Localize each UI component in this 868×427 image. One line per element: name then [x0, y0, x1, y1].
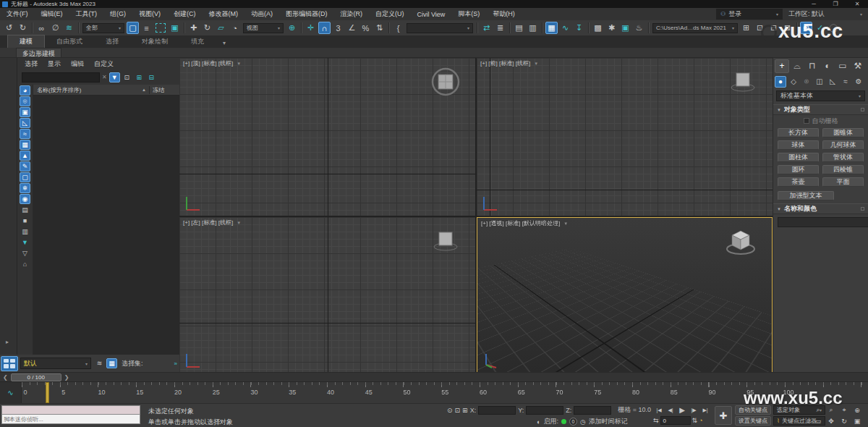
menu-edit[interactable]: 编辑(E)	[35, 9, 69, 19]
spacewarps-category-icon[interactable]: ≈	[840, 76, 851, 88]
material-view-icon[interactable]: ■	[20, 216, 30, 226]
explorer-object-list[interactable]	[33, 96, 179, 355]
menu-modifiers[interactable]: 修改器(M)	[203, 9, 245, 19]
ribbon-config-icon[interactable]: ▾	[216, 38, 233, 48]
collapse-all-icon[interactable]: ⊟	[146, 72, 157, 83]
tab-populate[interactable]: 填充	[179, 35, 216, 48]
name-color-rollout-header[interactable]: ▼ 名称和颜色	[773, 203, 868, 214]
render-frame-window-icon[interactable]: ▣	[619, 22, 631, 34]
display-spacewarps-icon[interactable]: ≈	[20, 129, 30, 139]
search-input[interactable]	[22, 72, 100, 83]
go-to-start-button[interactable]: |◀	[653, 405, 665, 415]
stack-icon[interactable]: ≋	[94, 358, 105, 368]
menu-help[interactable]: 帮助(H)	[486, 9, 522, 19]
viewport-menu-icon[interactable]: ▼	[237, 221, 241, 225]
spinner-snap-icon[interactable]: ⇅	[373, 22, 386, 34]
mini-curve-editor-button[interactable]: ∿	[0, 382, 22, 403]
pick-container-icon[interactable]: ⌂	[20, 259, 30, 269]
menu-animation[interactable]: 动画(A)	[244, 9, 279, 19]
select-and-link-icon[interactable]: ∞	[35, 22, 48, 34]
explorer-link-icon[interactable]: ▦	[106, 358, 117, 368]
viewcube-left[interactable]	[429, 224, 462, 258]
shapes-category-icon[interactable]: ◇	[788, 76, 799, 88]
maximize-viewport-icon[interactable]: ▣	[851, 415, 864, 426]
material-editor-icon[interactable]: ▩	[592, 22, 604, 34]
undo-icon[interactable]: ↺	[3, 22, 15, 34]
login-button[interactable]: ⚇ 登录 ▾	[716, 9, 783, 20]
frozen-column-header[interactable]: 冻结	[149, 86, 179, 94]
project-folder-dropdown[interactable]: C:\Users\Ad…ds Max 2021 ▾	[652, 23, 738, 33]
viewport-perspective[interactable]: [+] [透视] [标准] [默认明暗处理]▼	[477, 217, 773, 373]
selection-filter-dropdown[interactable]: 全部 ▾	[82, 23, 124, 33]
teapot-button[interactable]: 茶壶	[778, 177, 819, 187]
pan-icon[interactable]: ✥	[825, 415, 838, 426]
viewcube-perspective[interactable]	[723, 225, 759, 261]
text-plus-button[interactable]: 加强型文本	[778, 191, 834, 200]
overflow-chevron-icon[interactable]: »	[174, 360, 179, 367]
display-xrefs-icon[interactable]: ▲	[20, 151, 30, 161]
viewport-layout-button[interactable]	[1, 356, 18, 371]
track-bar-thumb[interactable]	[46, 382, 49, 403]
display-frozen-icon[interactable]: ❄	[20, 183, 30, 193]
menu-group[interactable]: 组(G)	[103, 9, 132, 19]
advanced-filter-icon[interactable]: ▽	[20, 248, 30, 258]
tube-button[interactable]: 管状体	[822, 153, 864, 162]
mirror-icon[interactable]: ⇄	[480, 22, 493, 34]
snaps-toggle-icon[interactable]: ∩	[318, 22, 331, 34]
select-and-rotate-icon[interactable]: ↻	[201, 22, 213, 34]
clock-icon[interactable]: ◷	[580, 418, 586, 426]
viewcube-front[interactable]	[726, 65, 760, 98]
add-time-tag[interactable]: 添加时间标记	[589, 417, 628, 426]
tab-polygon-modeling[interactable]: 多边形建模	[16, 48, 61, 57]
list-view-icon[interactable]: ▤	[20, 205, 30, 215]
go-to-end-button[interactable]: ▶|	[699, 405, 711, 415]
percent-snap-icon[interactable]: %	[359, 22, 372, 34]
lock-icon[interactable]: ⊡	[122, 72, 132, 83]
menu-views[interactable]: 视图(V)	[132, 9, 167, 19]
snap-move-icon[interactable]: ✛	[305, 22, 317, 34]
subcategory-dropdown[interactable]: 标准基本体 ▾	[776, 90, 865, 101]
track-bar-ruler[interactable]: 0510152025303540455055606570758085909510…	[22, 382, 868, 403]
display-hidden-icon[interactable]: ◉	[20, 194, 30, 204]
geosphere-button[interactable]: 几何球体	[822, 140, 864, 150]
plane-button[interactable]: 平面	[822, 177, 864, 187]
explorer-menu-display[interactable]: 显示	[48, 59, 61, 69]
ribbon-toggle-icon[interactable]: ▦	[545, 22, 558, 34]
display-tab-icon[interactable]: ▭	[835, 59, 850, 73]
bind-to-space-warp-icon[interactable]: ≋	[63, 22, 75, 34]
edit-named-selection-sets-icon[interactable]: {	[392, 22, 404, 34]
helpers-category-icon[interactable]: ◺	[827, 76, 838, 88]
chevron-right-icon[interactable]: ▸	[6, 339, 9, 345]
key-step-icon[interactable]: ⇆	[653, 417, 659, 424]
menu-scripting[interactable]: 脚本(S)	[451, 9, 486, 19]
next-frame-icon[interactable]: ❯	[61, 374, 72, 381]
play-button[interactable]: ▶	[676, 405, 688, 415]
render-setup-icon[interactable]: ✱	[605, 22, 618, 34]
property-view-icon[interactable]: ▥	[20, 227, 30, 237]
use-center-icon[interactable]: ⊕	[286, 22, 298, 34]
display-helpers-icon[interactable]: ◺	[20, 118, 30, 128]
menu-customize[interactable]: 自定义(U)	[369, 9, 411, 19]
object-name-input[interactable]	[778, 217, 868, 227]
schematic-view-icon[interactable]: ↧	[573, 22, 585, 34]
menu-tools[interactable]: 工具(T)	[69, 9, 104, 19]
explorer-menu-customize[interactable]: 自定义	[94, 59, 114, 69]
expand-all-icon[interactable]: ⊞	[134, 72, 145, 83]
menu-file[interactable]: 文件(F)	[0, 9, 35, 19]
cylinder-button[interactable]: 圆柱体	[778, 153, 819, 162]
viewport-top-label[interactable]: [+] [顶] [标准] [线框]▼	[183, 59, 241, 67]
tab-freeform[interactable]: 自由形式	[45, 35, 94, 48]
viewport-perspective-label[interactable]: [+] [透视] [标准] [默认明暗处理]▼	[481, 219, 568, 227]
named-selection-set-dropdown[interactable]: ▾	[407, 23, 473, 33]
maxscript-mini-listener[interactable]: 脚本迷你侦听...	[1, 405, 140, 424]
time-slider-thumb[interactable]: 0 / 100	[11, 373, 61, 381]
next-frame-button[interactable]: |▶	[688, 405, 699, 415]
transform-gizmo-icon[interactable]: ⊞	[462, 407, 468, 414]
viewport-menu-icon[interactable]: ▼	[237, 62, 241, 66]
viewport-top[interactable]: [+] [顶] [标准] [线框]▼	[179, 58, 475, 216]
z-coordinate-field[interactable]	[574, 406, 611, 415]
close-button[interactable]: ✕	[846, 1, 868, 7]
display-lights-icon[interactable]: ⌾	[20, 96, 30, 106]
menu-graph-editors[interactable]: 图形编辑器(D)	[279, 9, 334, 19]
viewport-front-label[interactable]: [+] [前] [标准] [线框]▼	[480, 59, 538, 67]
